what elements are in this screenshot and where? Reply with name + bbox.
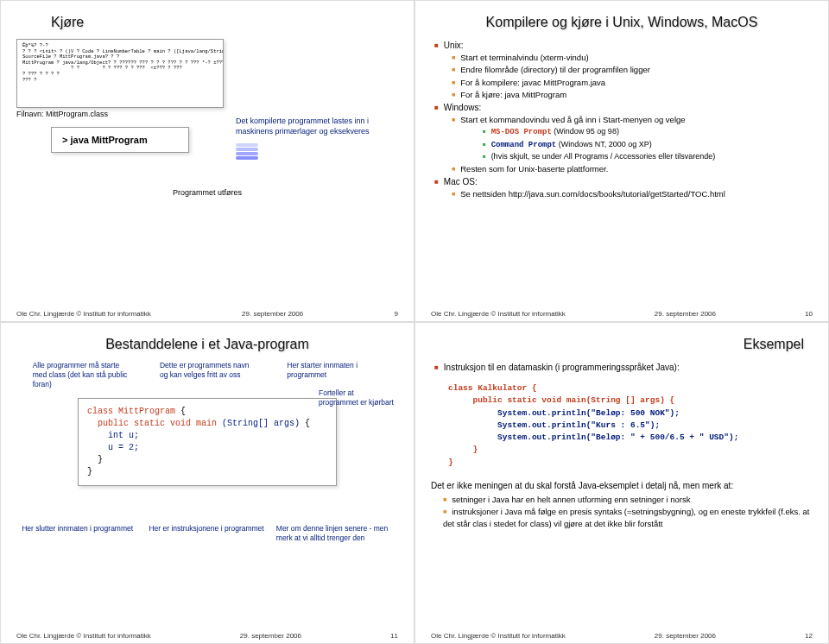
bytecode-box: Êþº¾? ?-? ? ? ? <init> ? ()V ? Code ? Li… <box>16 39 224 108</box>
annotation-executed: Programmet utføres <box>16 188 398 199</box>
annotation: Mer om denne linjen senere - men merk at… <box>276 524 393 543</box>
slide-number: 9 <box>395 310 398 318</box>
file-name-label: Filnavn: MittProgram.class <box>16 110 224 118</box>
unix-step: Start et terminalvindu (xterm-vindu) <box>452 52 813 64</box>
intro-text: Instruksjon til en datamaskin (i program… <box>434 361 813 374</box>
footer-author: Ole Chr. Lingjærde © Institutt for infor… <box>16 310 151 318</box>
footer-author: Ole Chr. Lingjærde © Institutt for infor… <box>431 310 566 318</box>
annotation: Her er instruksjonene i programmet <box>149 524 265 543</box>
annotation-load: Det kompilerte programmet lastes inn i m… <box>236 117 398 136</box>
slide-number: 12 <box>805 632 813 640</box>
slide-10: Kompilere og kjøre i Unix, Windows, MacO… <box>414 0 829 322</box>
code-box: class MittProgram { public static void m… <box>78 398 337 486</box>
stack-icon <box>236 143 398 166</box>
annotation: Alle programmer må starte med class (det… <box>33 361 128 389</box>
windows-step: Resten som for Unix-baserte plattformer. <box>452 163 813 175</box>
slide-9: Kjøre Êþº¾? ?-? ? ? ? <init> ? ()V ? Cod… <box>0 0 414 322</box>
slide-title: Kompilere og kjøre i Unix, Windows, MacO… <box>431 15 813 30</box>
footer-date: 29. september 2006 <box>655 310 716 318</box>
annotation: Dette er programmets navn og kan velges … <box>160 361 255 389</box>
footer-date: 29. september 2006 <box>655 632 716 640</box>
footer-date: 29. september 2006 <box>242 310 303 318</box>
slide-title: Eksempel <box>431 337 804 352</box>
windows-prompt-note: (hvis skjult, se under All Programs / Ac… <box>483 151 813 163</box>
note-item: setninger i Java har en helt annen utfor… <box>443 494 813 506</box>
mac-step: Se nettsiden http://java.sun.com/docs/bo… <box>452 188 813 200</box>
footer-date: 29. september 2006 <box>240 632 301 640</box>
annotation: Forteller at programmet er kjørbart <box>319 388 395 407</box>
slide-number: 11 <box>390 632 398 640</box>
mac-heading: Mac OS: <box>444 177 478 186</box>
note-item: instruksjoner i Java må følge en presis … <box>443 506 813 531</box>
slide-number: 10 <box>805 310 813 318</box>
note-intro: Det er ikke meningen at du skal forstå J… <box>431 481 813 490</box>
windows-heading: Windows: <box>444 103 481 112</box>
footer-author: Ole Chr. Lingjærde © Institutt for infor… <box>431 632 566 640</box>
slide-title: Bestanddelene i et Java-program <box>16 337 398 352</box>
annotation: Her slutter innmaten i programmet <box>22 524 138 543</box>
windows-step: Start et kommandovindu ved å gå inn i St… <box>452 114 813 163</box>
annotation: Her starter innmaten i programmet <box>287 361 382 389</box>
unix-step: For å kompilere: javac MittProgram.java <box>452 77 813 89</box>
unix-heading: Unix: <box>444 41 464 50</box>
slide-11: Bestanddelene i et Java-program Alle pro… <box>0 322 414 644</box>
footer-author: Ole Chr. Lingjærde © Institutt for infor… <box>16 632 151 640</box>
slide-12: Eksempel Instruksjon til en datamaskin (… <box>414 322 829 644</box>
unix-step: For å kjøre: java MittProgram <box>452 89 813 101</box>
slide-title: Kjøre <box>51 15 398 30</box>
run-prompt: > java MittProgram <box>51 127 189 153</box>
windows-prompt-option: MS-DOS Prompt (Window 95 og 98) <box>483 126 813 139</box>
code-block: class Kalkulator { public static void ma… <box>448 382 813 469</box>
unix-step: Endre filområde (directory) til der prog… <box>452 64 813 76</box>
windows-prompt-option: Command Prompt (Windows NT, 2000 og XP) <box>483 139 813 152</box>
